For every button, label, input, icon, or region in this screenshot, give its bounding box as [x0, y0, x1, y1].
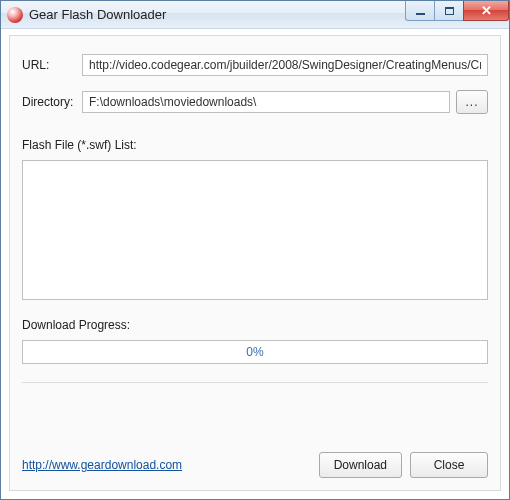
separator	[22, 382, 488, 383]
progress-section: Download Progress: 0%	[22, 318, 488, 364]
directory-input[interactable]	[82, 91, 450, 113]
window-close-button[interactable]: ✕	[463, 1, 509, 21]
maximize-icon	[445, 7, 454, 15]
footer-buttons: Download Close	[319, 452, 488, 478]
progress-text: 0%	[246, 345, 263, 359]
progress-label: Download Progress:	[22, 318, 488, 332]
app-icon	[7, 7, 23, 23]
main-panel: URL: Directory: ... Flash File (*.swf) L…	[9, 35, 501, 491]
directory-label: Directory:	[22, 95, 82, 109]
directory-row: Directory: ...	[22, 90, 488, 114]
download-button[interactable]: Download	[319, 452, 402, 478]
browse-button[interactable]: ...	[456, 90, 488, 114]
file-list-label: Flash File (*.swf) List:	[22, 138, 488, 152]
file-list[interactable]	[22, 160, 488, 300]
progress-bar: 0%	[22, 340, 488, 364]
close-icon: ✕	[481, 3, 492, 18]
titlebar[interactable]: Gear Flash Downloader ✕	[1, 1, 509, 29]
maximize-button[interactable]	[434, 1, 464, 21]
client-area: URL: Directory: ... Flash File (*.swf) L…	[1, 29, 509, 499]
close-button[interactable]: Close	[410, 452, 488, 478]
minimize-icon	[416, 13, 425, 15]
footer: http://www.geardownload.com Download Clo…	[22, 452, 488, 478]
minimize-button[interactable]	[405, 1, 435, 21]
app-window: Gear Flash Downloader ✕ URL: Directory: …	[0, 0, 510, 500]
window-title: Gear Flash Downloader	[29, 7, 166, 22]
url-input[interactable]	[82, 54, 488, 76]
url-label: URL:	[22, 58, 82, 72]
url-row: URL:	[22, 54, 488, 76]
window-controls: ✕	[406, 1, 509, 21]
website-link[interactable]: http://www.geardownload.com	[22, 458, 182, 472]
